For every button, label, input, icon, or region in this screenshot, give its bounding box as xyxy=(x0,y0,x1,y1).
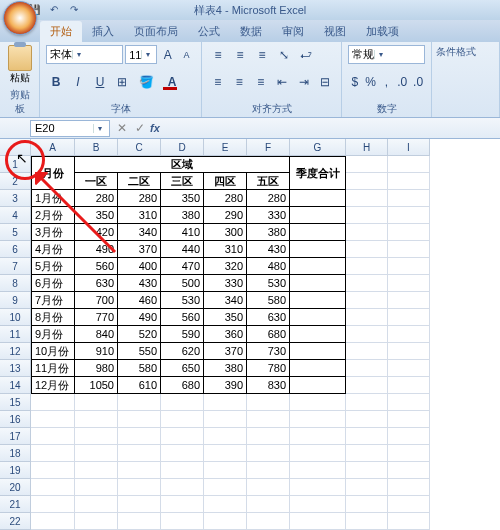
cell[interactable]: 12月份 xyxy=(31,377,75,394)
cell[interactable] xyxy=(388,275,430,292)
cell[interactable] xyxy=(31,445,75,462)
cell[interactable]: 410 xyxy=(161,224,204,241)
cell[interactable] xyxy=(204,479,247,496)
cell[interactable] xyxy=(346,360,388,377)
cell[interactable] xyxy=(75,513,118,530)
cell[interactable]: 370 xyxy=(204,343,247,360)
cell[interactable] xyxy=(161,496,204,513)
cell[interactable] xyxy=(346,207,388,224)
cell[interactable]: 680 xyxy=(161,377,204,394)
cell[interactable] xyxy=(31,411,75,428)
cell[interactable] xyxy=(247,394,290,411)
align-bottom-icon[interactable]: ≡ xyxy=(252,45,272,64)
tab-页面布局[interactable]: 页面布局 xyxy=(124,21,188,42)
cell[interactable] xyxy=(118,479,161,496)
currency-icon[interactable]: $ xyxy=(348,73,362,92)
cell[interactable] xyxy=(346,292,388,309)
cancel-icon[interactable]: ✕ xyxy=(114,119,130,138)
fx-icon[interactable]: fx xyxy=(150,122,160,134)
cell[interactable] xyxy=(290,224,346,241)
cell[interactable]: 340 xyxy=(204,292,247,309)
percent-icon[interactable]: % xyxy=(364,73,378,92)
cell[interactable]: 550 xyxy=(118,343,161,360)
enter-icon[interactable]: ✓ xyxy=(132,119,148,138)
cell[interactable] xyxy=(290,462,346,479)
row-header[interactable]: 18 xyxy=(0,445,31,462)
cell[interactable] xyxy=(290,428,346,445)
cell[interactable] xyxy=(204,496,247,513)
row-header[interactable]: 17 xyxy=(0,428,31,445)
align-middle-icon[interactable]: ≡ xyxy=(230,45,250,64)
cell[interactable] xyxy=(31,394,75,411)
cell[interactable]: 280 xyxy=(247,190,290,207)
cell[interactable]: 1月份 xyxy=(31,190,75,207)
row-header[interactable]: 13 xyxy=(0,360,31,377)
row-header[interactable]: 2 xyxy=(0,173,31,190)
cell[interactable] xyxy=(204,411,247,428)
col-header[interactable]: D xyxy=(161,139,204,156)
tab-公式[interactable]: 公式 xyxy=(188,21,230,42)
cell[interactable]: 430 xyxy=(118,275,161,292)
cell[interactable] xyxy=(346,377,388,394)
cell[interactable]: 5月份 xyxy=(31,258,75,275)
cell[interactable]: 350 xyxy=(75,207,118,224)
cell[interactable] xyxy=(388,241,430,258)
worksheet[interactable]: 123456789101112131415161718192021222324 … xyxy=(0,139,500,530)
cell[interactable]: 区域 xyxy=(75,156,290,173)
row-header[interactable]: 12 xyxy=(0,343,31,360)
underline-button[interactable]: U xyxy=(90,73,110,92)
cell[interactable] xyxy=(161,513,204,530)
align-top-icon[interactable]: ≡ xyxy=(208,45,228,64)
tab-加载项[interactable]: 加载项 xyxy=(356,21,409,42)
cell[interactable]: 460 xyxy=(118,292,161,309)
cell[interactable]: 10月份 xyxy=(31,343,75,360)
cell[interactable]: 840 xyxy=(75,326,118,343)
cell[interactable] xyxy=(346,513,388,530)
cell[interactable]: 490 xyxy=(75,241,118,258)
grow-font-icon[interactable]: A xyxy=(159,45,176,64)
orientation-icon[interactable]: ⤡ xyxy=(274,45,294,64)
cell[interactable] xyxy=(118,411,161,428)
font-color-button[interactable]: A xyxy=(160,73,184,92)
cell[interactable] xyxy=(346,462,388,479)
cell[interactable] xyxy=(204,513,247,530)
col-header[interactable]: A xyxy=(31,139,75,156)
row-header[interactable]: 1 xyxy=(0,156,31,173)
cell[interactable] xyxy=(346,496,388,513)
cell[interactable] xyxy=(346,309,388,326)
cell[interactable] xyxy=(290,411,346,428)
col-header[interactable]: C xyxy=(118,139,161,156)
cell[interactable]: 一区 xyxy=(75,173,118,190)
cell[interactable] xyxy=(388,394,430,411)
cell[interactable]: 330 xyxy=(247,207,290,224)
fill-color-button[interactable]: 🪣 xyxy=(134,73,158,92)
cell[interactable]: 680 xyxy=(247,326,290,343)
indent-dec-icon[interactable]: ⇤ xyxy=(273,73,293,92)
cell[interactable] xyxy=(388,309,430,326)
row-header[interactable]: 22 xyxy=(0,513,31,530)
cell[interactable] xyxy=(247,445,290,462)
cell[interactable] xyxy=(161,394,204,411)
cell[interactable] xyxy=(290,377,346,394)
italic-button[interactable]: I xyxy=(68,73,88,92)
cell[interactable] xyxy=(204,394,247,411)
undo-icon[interactable]: ↶ xyxy=(46,1,62,17)
cell[interactable]: 11月份 xyxy=(31,360,75,377)
cell[interactable]: 590 xyxy=(161,326,204,343)
col-header[interactable]: F xyxy=(247,139,290,156)
cell[interactable]: 310 xyxy=(118,207,161,224)
cell[interactable] xyxy=(161,428,204,445)
cell[interactable] xyxy=(346,343,388,360)
cell[interactable] xyxy=(247,496,290,513)
row-header[interactable]: 15 xyxy=(0,394,31,411)
cell[interactable] xyxy=(346,190,388,207)
cell[interactable]: 730 xyxy=(247,343,290,360)
cell[interactable]: 780 xyxy=(247,360,290,377)
cell[interactable]: 1050 xyxy=(75,377,118,394)
cell[interactable] xyxy=(290,360,346,377)
cell[interactable] xyxy=(388,377,430,394)
row-header[interactable]: 4 xyxy=(0,207,31,224)
cell[interactable]: 350 xyxy=(161,190,204,207)
cell[interactable] xyxy=(161,445,204,462)
col-header[interactable]: H xyxy=(346,139,388,156)
